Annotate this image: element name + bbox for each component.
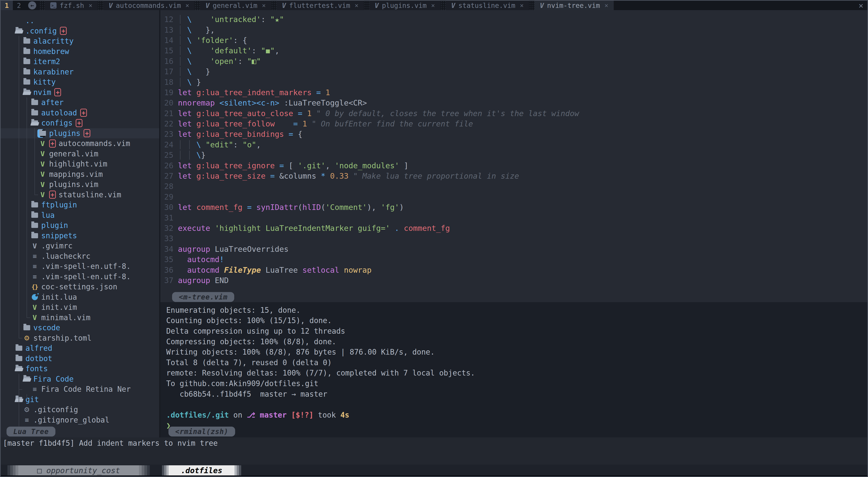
terminal-split[interactable]: Enumerating objects: 15, done.Counting o… bbox=[160, 302, 867, 437]
tree-item-label: dotbot bbox=[26, 354, 52, 363]
tab-general.vim[interactable]: Vgeneral.vim× bbox=[200, 1, 271, 10]
tree-item-label: nvim bbox=[33, 88, 51, 97]
git-branch-icon: ⎇ bbox=[247, 411, 260, 419]
tab-close-icon[interactable]: × bbox=[355, 2, 359, 9]
tab-close-icon[interactable]: × bbox=[89, 2, 92, 9]
tree-item-dotbot[interactable]: dotbot bbox=[1, 353, 159, 364]
tree-item-label: plugins.vim bbox=[49, 180, 98, 189]
tab-separator bbox=[271, 1, 277, 10]
tree-item-Fira-Code-Retina-Ner[interactable]: ≡Fira Code Retina Ner bbox=[1, 384, 159, 395]
git-plus-badge: + bbox=[49, 191, 56, 199]
code-line: 14│ \ 'folder': { bbox=[160, 35, 867, 45]
line-number: 19 bbox=[160, 88, 174, 97]
code-line: 17│ \ } bbox=[160, 66, 867, 77]
tab-fluttertest.vim[interactable]: Vfluttertest.vim× bbox=[277, 1, 364, 10]
tab-close-icon[interactable]: × bbox=[520, 2, 524, 9]
tree-item-label: starship.toml bbox=[33, 334, 91, 342]
tab-close-icon[interactable]: × bbox=[604, 2, 608, 9]
tree-item-.gitconfig[interactable]: ⚙.gitconfig bbox=[1, 405, 159, 415]
code-text: let g:lua_tree_size = &columns * 0.33 " … bbox=[178, 171, 519, 180]
tree-item-label: alfred bbox=[26, 344, 52, 352]
tree-item-label: plugins bbox=[49, 129, 81, 138]
tree-item-after[interactable]: after bbox=[1, 97, 159, 108]
code-line: 12│ \ 'untracked': "★" bbox=[160, 14, 867, 25]
text-file-icon: ≡ bbox=[31, 263, 38, 270]
tree-item-.config[interactable]: .config+ bbox=[1, 26, 159, 36]
tabbar-close-button[interactable]: ✕ bbox=[859, 1, 863, 10]
editor-buffer[interactable]: 12│ \ 'untracked': "★"13│ \ },14│ \ 'fol… bbox=[160, 10, 867, 302]
tab-statusline.vim[interactable]: Vstatusline.vim× bbox=[446, 1, 529, 10]
tree-item-.gitignore-global[interactable]: ≡.gitignore_global bbox=[1, 415, 159, 425]
tree-item-vscode[interactable]: vscode bbox=[1, 322, 159, 333]
tree-item-label: minimal.vim bbox=[41, 313, 91, 322]
tab-number-1[interactable]: 1 bbox=[1, 1, 13, 10]
code-line: 20nnoremap <silent><c-n> :LuaTreeToggle<… bbox=[160, 98, 867, 108]
tree-item-mappings.vim[interactable]: Vmappings.vim bbox=[1, 169, 159, 179]
tree-item-label: init.lua bbox=[41, 293, 77, 302]
code-line: 36 autocmd FileType LuaTree setlocal now… bbox=[160, 265, 867, 275]
tree-item-snippets[interactable]: snippets bbox=[1, 231, 159, 241]
folder-shape bbox=[31, 110, 38, 115]
tree-item-configs[interactable]: configs+ bbox=[1, 118, 159, 128]
tree-item-.vim-spell-en.utf-8.[interactable]: ≡.vim-spell-en.utf-8. bbox=[1, 261, 159, 272]
code-text: │ │ \} bbox=[178, 150, 206, 160]
tab-number-2[interactable]: 2 bbox=[13, 1, 25, 10]
tree-item-..[interactable]: .. bbox=[1, 15, 159, 26]
kitty-tab--opportunity_cost[interactable]: □ opportunity_cost bbox=[7, 465, 150, 476]
tree-item-.gvimrc[interactable]: V.gvimrc bbox=[1, 241, 159, 251]
line-number: 14 bbox=[160, 36, 174, 45]
folder-icon bbox=[23, 47, 31, 55]
folder-icon bbox=[23, 324, 31, 332]
tab-nvim-tree.vim[interactable]: Vnvim-tree.vim× bbox=[534, 1, 614, 10]
back-arrow-icon[interactable]: ← bbox=[28, 1, 36, 9]
tree-item-plugins[interactable]: plugins+ bbox=[1, 128, 159, 139]
kitty-tab-.dotfiles[interactable]: .dotfiles bbox=[162, 465, 241, 476]
tree-item-starship.toml[interactable]: ⚙starship.toml bbox=[1, 333, 159, 343]
tree-item-alfred[interactable]: alfred bbox=[1, 343, 159, 353]
line-number: 23 bbox=[160, 130, 174, 139]
tree-item-label: alacritty bbox=[33, 37, 74, 45]
vim-file-icon: V bbox=[39, 181, 46, 188]
vim-icon: V bbox=[108, 2, 113, 9]
code-text: execute 'highlight LuaTreeIndentMarker g… bbox=[178, 224, 450, 233]
tree-item-autoload[interactable]: autoload+ bbox=[1, 108, 159, 118]
tree-item-plugin[interactable]: plugin bbox=[1, 220, 159, 231]
tree-item-plugins.vim[interactable]: Vplugins.vim bbox=[1, 179, 159, 190]
tree-item-.vim-spell-en.utf-8.[interactable]: ≡.vim-spell-en.utf-8. bbox=[1, 272, 159, 282]
folder-icon bbox=[31, 201, 38, 209]
tab-fzf.sh[interactable]: >_fzf.sh× bbox=[45, 1, 98, 10]
tree-item-label: coc-settings.json bbox=[41, 282, 117, 291]
code-text: │ \ 'default': "◼", bbox=[178, 46, 279, 55]
tab-plugins.vim[interactable]: Vplugins.vim× bbox=[369, 1, 440, 10]
tree-item-init.lua[interactable]: init.lua bbox=[1, 292, 159, 302]
tree-item-fonts[interactable]: fonts bbox=[1, 364, 159, 374]
code-text: augroup END bbox=[178, 276, 228, 285]
tree-item-coc-settings.json[interactable]: {}coc-settings.json bbox=[1, 282, 159, 292]
tree-item-nvim[interactable]: nvim+ bbox=[1, 87, 159, 98]
folder-shape bbox=[16, 366, 22, 371]
tree-item-homebrew[interactable]: homebrew bbox=[1, 46, 159, 57]
tree-item-init.vim[interactable]: Vinit.vim bbox=[1, 302, 159, 312]
tree-item-lua[interactable]: lua bbox=[1, 210, 159, 220]
tree-item-Fira-Code[interactable]: Fira Code bbox=[1, 374, 159, 384]
tree-item-highlight.vim[interactable]: Vhighlight.vim bbox=[1, 159, 159, 169]
tree-item-general.vim[interactable]: Vgeneral.vim bbox=[1, 149, 159, 159]
tree-item-label: .gvimrc bbox=[41, 241, 72, 250]
tab-close-icon[interactable]: × bbox=[431, 2, 435, 9]
tab-autocommands.vim[interactable]: Vautocommands.vim× bbox=[103, 1, 194, 10]
tree-item-autocommands.vim[interactable]: V+autocommands.vim bbox=[1, 138, 159, 149]
folder-icon bbox=[31, 99, 38, 106]
tab-close-icon[interactable]: × bbox=[185, 2, 189, 9]
tree-item-ftplugin[interactable]: ftplugin bbox=[1, 200, 159, 210]
code-line: 30let comment_fg = synIDattr(hlID('Comme… bbox=[160, 202, 867, 212]
tree-item-kitty[interactable]: kitty bbox=[1, 77, 159, 87]
tree-item-iterm2[interactable]: iterm2 bbox=[1, 57, 159, 67]
tree-item-label: mappings.vim bbox=[49, 170, 103, 179]
tree-item-git[interactable]: git bbox=[1, 395, 159, 405]
tree-item-karabiner[interactable]: karabiner bbox=[1, 67, 159, 77]
tree-item-minimal.vim[interactable]: Vminimal.vim bbox=[1, 312, 159, 323]
tree-item-.luacheckrc[interactable]: ≡.luacheckrc bbox=[1, 251, 159, 262]
tree-item-statusline.vim[interactable]: V+statusline.vim bbox=[1, 190, 159, 200]
tree-item-alacritty[interactable]: alacritty bbox=[1, 36, 159, 46]
tab-close-icon[interactable]: × bbox=[262, 2, 266, 9]
